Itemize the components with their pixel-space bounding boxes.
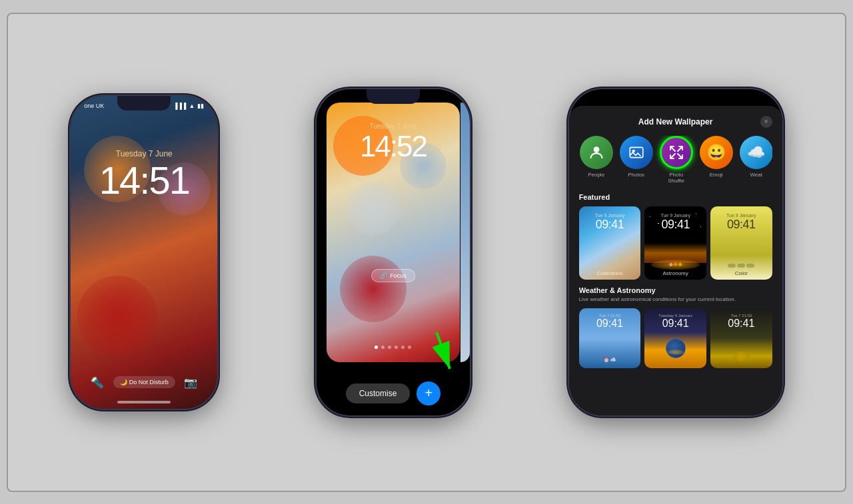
featured-grid: Tue 9 January 09:41 Collections xyxy=(579,206,772,280)
customise-screen: Tuesday 7 June 14:52 🔗 Focus xyxy=(317,89,470,415)
weather-item-1[interactable]: Tue 7 21:53 09:41 ⏰☁️ xyxy=(579,308,641,368)
lock-clock: 14:51 xyxy=(71,161,217,200)
shuffle-label: PhotoShuffle xyxy=(668,172,684,184)
dot-4 xyxy=(395,346,398,349)
lock-date: Tuesday 7 June xyxy=(71,149,217,158)
dot-1 xyxy=(375,346,378,349)
focus-pill[interactable]: 🔗 Focus xyxy=(371,269,415,282)
weather-label: Weat xyxy=(750,172,762,178)
wallpaper-type-row: People Photos xyxy=(579,136,772,184)
photos-icon-circle xyxy=(620,136,653,169)
wallpaper-type-photos[interactable]: Photos xyxy=(619,136,654,184)
wifi-icon: ▲ xyxy=(189,103,195,109)
photos-label: Photos xyxy=(628,172,644,178)
collections-time: Tue 9 January 09:41 xyxy=(579,213,641,232)
astronomy-time: Tue 9 January 09:41 xyxy=(644,213,706,232)
emoji-icon-circle: 😀 xyxy=(700,136,733,169)
phone2-date: Tuesday 7 June xyxy=(327,123,460,130)
signal-icon: ▐▐▐ xyxy=(173,103,186,109)
carrier-label: one UK xyxy=(84,103,104,109)
notch-3 xyxy=(652,89,699,103)
add-wallpaper-sheet: Add New Wallpaper × xyxy=(569,106,782,415)
featured-section-title: Featured xyxy=(579,193,772,201)
wallpaper-type-people[interactable]: People xyxy=(579,136,614,184)
close-icon: × xyxy=(764,118,768,125)
svg-line-1 xyxy=(436,332,450,369)
dot-3 xyxy=(388,346,391,349)
wallpaper-type-weather[interactable]: ☁️ Weat xyxy=(739,136,772,184)
weather-icon-circle: ☁️ xyxy=(740,136,772,169)
emoji-icon: 😀 xyxy=(706,143,726,162)
lockscreen-screen: one UK ▐▐▐ ▲ ▮▮ Tuesday 7 June 14:51 🔦 🌙 xyxy=(71,96,217,409)
moon-icon: 🌙 xyxy=(120,379,127,385)
customise-button[interactable]: Customise xyxy=(346,383,411,403)
side-preview-strip xyxy=(460,103,470,362)
dnd-label: Do Not Disturb xyxy=(129,379,169,385)
color-label: Color xyxy=(710,270,772,276)
weather-section-title: Weather & Astronomy xyxy=(579,286,772,294)
weather-globe xyxy=(644,338,706,358)
wallpaper-sheet-screen: Add New Wallpaper × xyxy=(569,89,782,415)
dnd-button[interactable]: 🌙 Do Not Disturb xyxy=(113,376,175,388)
people-label: People xyxy=(588,172,604,178)
emoji-label: Emoji xyxy=(710,172,723,178)
svg-point-2 xyxy=(593,146,599,152)
home-indicator xyxy=(117,401,171,403)
weather-time-3: Tue 7 21:53 09:41 xyxy=(710,314,772,330)
dot-6 xyxy=(408,346,411,349)
weather-section-desc: Live weather and astronomical conditions… xyxy=(579,296,772,303)
wallpaper-type-emoji[interactable]: 😀 Emoji xyxy=(699,136,734,184)
phone2-bottom-bar: Customise + xyxy=(317,381,470,405)
camera-icon[interactable]: 📷 xyxy=(184,376,197,389)
collections-label: Collections xyxy=(579,270,641,276)
iphone-wallpaper-sheet: Add New Wallpaper × xyxy=(569,89,782,415)
notch-2 xyxy=(367,89,420,104)
iphone-lockscreen: one UK ▐▐▐ ▲ ▮▮ Tuesday 7 June 14:51 🔦 🌙 xyxy=(71,96,217,409)
phone2-clock: 14:52 xyxy=(327,130,460,163)
weather-widget-icons-1: ⏰☁️ xyxy=(579,357,641,363)
dot-2 xyxy=(381,346,385,349)
shuffle-icon-circle xyxy=(660,136,693,169)
people-icon xyxy=(588,144,605,161)
featured-astronomy[interactable]: Tue 9 January 09:41 ⏰☀️⭐ Astronomy xyxy=(644,206,706,280)
astronomy-icons-row: ⏰☀️⭐ xyxy=(644,262,706,266)
weather-time-2: Tuesday 9 January 09:41 xyxy=(644,314,706,330)
notch xyxy=(117,96,171,111)
photos-icon xyxy=(628,144,645,161)
featured-color[interactable]: Tue 9 January 09:41 Color xyxy=(710,206,772,280)
color-dots xyxy=(710,264,772,268)
phone2-time-display: Tuesday 7 June 14:52 xyxy=(327,123,460,163)
weather-item-2[interactable]: Tuesday 9 January 09:41 xyxy=(644,308,706,368)
sheet-title: Add New Wallpaper xyxy=(591,117,760,126)
plus-button[interactable]: + xyxy=(417,381,440,405)
wallpaper-type-shuffle[interactable]: PhotoShuffle xyxy=(659,136,694,184)
iphone-customise: Tuesday 7 June 14:52 🔗 Focus xyxy=(317,89,470,415)
customise-background: Tuesday 7 June 14:52 🔗 Focus xyxy=(317,89,470,415)
dot-5 xyxy=(401,346,405,349)
color-time: Tue 9 January 09:41 xyxy=(710,213,772,232)
people-icon-circle xyxy=(580,136,613,169)
featured-collections[interactable]: Tue 9 January 09:41 Collections xyxy=(579,206,641,280)
wallpaper-preview: Tuesday 7 June 14:52 🔗 Focus xyxy=(327,103,460,362)
scene: one UK ▐▐▐ ▲ ▮▮ Tuesday 7 June 14:51 🔦 🌙 xyxy=(7,13,846,492)
weather-item-3[interactable]: Tue 7 21:53 09:41 xyxy=(710,308,772,368)
astronomy-label: Astronomy xyxy=(644,270,706,276)
sheet-header: Add New Wallpaper × xyxy=(579,116,772,128)
phone3-background: Add New Wallpaper × xyxy=(569,89,782,415)
battery-icon: ▮▮ xyxy=(197,103,204,109)
weather-dots-3 xyxy=(710,352,772,362)
sheet-close-button[interactable]: × xyxy=(760,116,772,128)
weather-icon: ☁️ xyxy=(747,144,765,161)
weather-grid: Tue 7 21:53 09:41 ⏰☁️ Tuesday 9 January … xyxy=(579,308,772,368)
weather-time-1: Tue 7 21:53 09:41 xyxy=(579,314,641,330)
lock-time-display: Tuesday 7 June 14:51 xyxy=(71,149,217,200)
lock-bottom-row: 🔦 🌙 Do Not Disturb 📷 xyxy=(71,376,217,389)
flashlight-icon[interactable]: 🔦 xyxy=(91,376,104,389)
svg-rect-3 xyxy=(630,147,643,157)
green-arrow-svg xyxy=(423,326,463,379)
focus-label: Focus xyxy=(390,272,407,279)
link-icon: 🔗 xyxy=(380,272,387,279)
shuffle-icon xyxy=(668,144,684,160)
lockscreen-background: one UK ▐▐▐ ▲ ▮▮ Tuesday 7 June 14:51 🔦 🌙 xyxy=(71,96,217,409)
status-icons: ▐▐▐ ▲ ▮▮ xyxy=(173,103,204,109)
